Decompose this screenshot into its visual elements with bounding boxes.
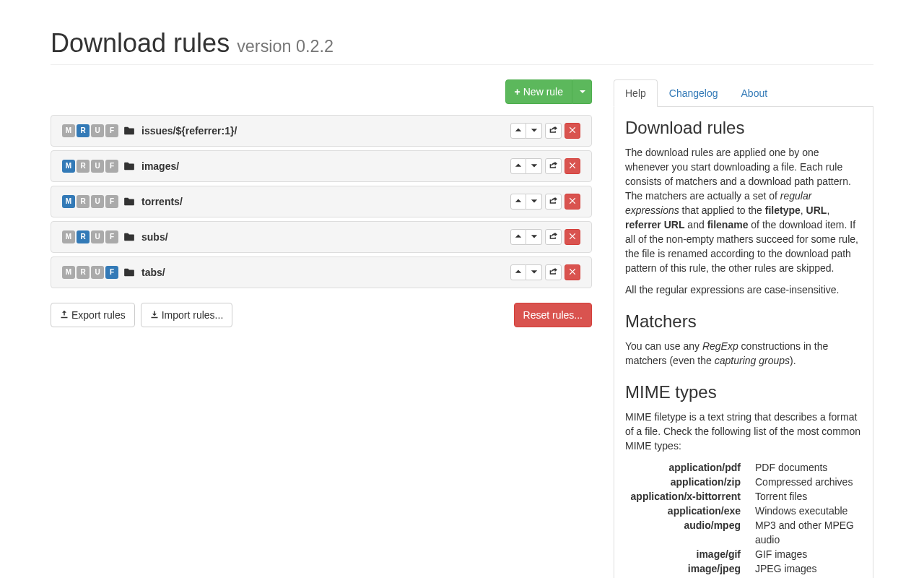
rule-row[interactable]: MRUFtabs/: [51, 256, 592, 288]
chevron-down-icon: [531, 124, 538, 137]
move-up-button[interactable]: [510, 264, 526, 280]
new-rule-button[interactable]: + New rule: [505, 79, 572, 104]
move-down-button[interactable]: [526, 194, 542, 210]
rule-actions: [510, 194, 580, 210]
help-p1: The download rules are applied one by on…: [625, 145, 862, 275]
mime-type: image/png: [625, 576, 741, 578]
toolbar-top: + New rule: [51, 79, 592, 104]
delete-button[interactable]: [565, 229, 580, 245]
share-icon: [549, 230, 557, 243]
chevron-up-icon: [515, 160, 522, 173]
close-icon: [569, 230, 576, 243]
rule-row[interactable]: MRUFsubs/: [51, 221, 592, 253]
badge-url: U: [91, 230, 104, 243]
rule-badges: MRUF: [62, 124, 118, 137]
rule-path: issues/${referrer:1}/: [141, 125, 237, 137]
close-icon: [569, 160, 576, 173]
badge-url: U: [91, 266, 104, 279]
mime-type: application/zip: [625, 475, 741, 489]
duplicate-button[interactable]: [545, 123, 562, 139]
move-up-button[interactable]: [510, 229, 526, 245]
tab-changelog-label: Changelog: [658, 79, 730, 107]
title-text: Download rules: [51, 28, 230, 58]
mime-type: application/x-bittorrent: [625, 489, 741, 504]
new-rule-group: + New rule: [505, 79, 592, 104]
delete-button[interactable]: [565, 264, 580, 280]
folder-icon: [124, 197, 134, 205]
rule-row[interactable]: MRUFtorrents/: [51, 186, 592, 217]
mime-type: application/exe: [625, 504, 741, 518]
move-up-button[interactable]: [510, 158, 526, 174]
mime-type: image/jpeg: [625, 561, 741, 576]
rule-path: torrents/: [141, 196, 183, 207]
duplicate-button[interactable]: [545, 194, 562, 210]
mime-list: application/pdfPDF documentsapplication/…: [625, 460, 862, 578]
import-rules-button[interactable]: Import rules...: [141, 303, 233, 327]
chevron-up-icon: [515, 124, 522, 137]
chevron-up-icon: [515, 266, 522, 279]
badge-referrer: R: [77, 160, 90, 173]
badge-mime: M: [62, 230, 75, 243]
help-heading-mime: MIME types: [625, 382, 862, 402]
new-rule-dropdown-button[interactable]: [572, 79, 592, 104]
duplicate-button[interactable]: [545, 264, 562, 280]
import-icon: [150, 308, 159, 322]
move-up-button[interactable]: [510, 194, 526, 210]
mime-type: image/gif: [625, 547, 741, 561]
help-p2: All the regular expressions are case-ins…: [625, 282, 862, 297]
help-heading-rules: Download rules: [625, 118, 862, 138]
help-p4: MIME filetype is a text string that desc…: [625, 410, 862, 453]
badge-mime: M: [62, 266, 75, 279]
reset-rules-button[interactable]: Reset rules...: [514, 303, 592, 327]
badge-filename: F: [105, 230, 118, 243]
move-down-button[interactable]: [526, 158, 542, 174]
tab-about[interactable]: About: [730, 79, 780, 107]
share-icon: [549, 266, 557, 279]
folder-icon: [124, 162, 134, 170]
mime-type: application/pdf: [625, 460, 741, 475]
badge-filename: F: [105, 124, 118, 137]
rule-row[interactable]: MRUFissues/${referrer:1}/: [51, 115, 592, 147]
rules-list: MRUFissues/${referrer:1}/MRUFimages/MRUF…: [51, 115, 592, 288]
help-tabs: Help Changelog About: [614, 79, 873, 107]
move-down-button[interactable]: [526, 264, 542, 280]
folder-icon: [124, 126, 134, 134]
page-header: Download rules version 0.2.2: [51, 0, 873, 65]
badge-filename: F: [105, 160, 118, 173]
close-icon: [569, 124, 576, 137]
move-up-button[interactable]: [510, 123, 526, 139]
rule-row[interactable]: MRUFimages/: [51, 150, 592, 182]
rule-actions: [510, 123, 580, 139]
badge-referrer: R: [77, 230, 90, 243]
move-down-button[interactable]: [526, 123, 542, 139]
rule-badges: MRUF: [62, 195, 118, 208]
tab-changelog[interactable]: Changelog: [658, 79, 730, 107]
rule-actions: [510, 229, 580, 245]
badge-url: U: [91, 160, 104, 173]
import-rules-label: Import rules...: [162, 308, 224, 322]
chevron-up-icon: [515, 230, 522, 243]
new-rule-label: New rule: [523, 85, 563, 99]
version-label: version 0.2.2: [237, 37, 334, 56]
mime-type: audio/mpeg: [625, 518, 741, 547]
move-down-button[interactable]: [526, 229, 542, 245]
mime-desc: Compressed archives: [755, 475, 862, 489]
duplicate-button[interactable]: [545, 158, 562, 174]
tab-help-label: Help: [614, 79, 658, 107]
delete-button[interactable]: [565, 194, 580, 210]
delete-button[interactable]: [565, 158, 580, 174]
chevron-up-icon: [515, 195, 522, 208]
badge-mime: M: [62, 160, 75, 173]
tab-help[interactable]: Help: [614, 79, 658, 107]
badge-mime: M: [62, 124, 75, 137]
badge-referrer: R: [77, 124, 90, 137]
export-rules-label: Export rules: [71, 308, 126, 322]
folder-icon: [124, 233, 134, 241]
chevron-down-icon: [531, 266, 538, 279]
rule-actions: [510, 158, 580, 174]
duplicate-button[interactable]: [545, 229, 562, 245]
delete-button[interactable]: [565, 123, 580, 139]
rule-path: subs/: [141, 231, 168, 243]
badge-url: U: [91, 195, 104, 208]
export-rules-button[interactable]: Export rules: [51, 303, 135, 327]
